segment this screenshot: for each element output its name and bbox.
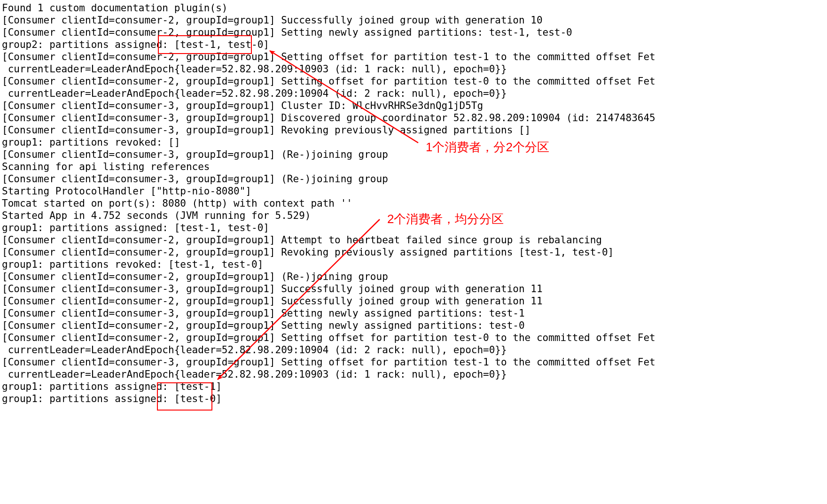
- annotation-two-consumers: 2个消费者，均分分区: [387, 211, 504, 227]
- log-output: Found 1 custom documentation plugin(s) […: [0, 0, 827, 405]
- annotation-one-consumer: 1个消费者，分2个分区: [426, 139, 549, 155]
